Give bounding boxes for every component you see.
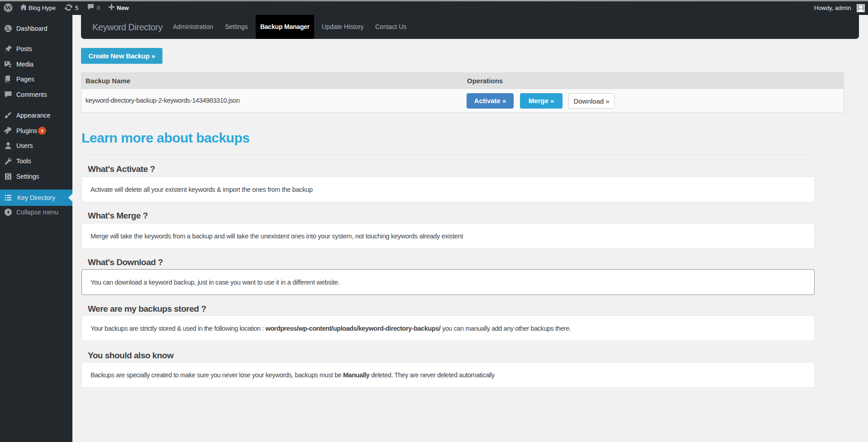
svg-text:W: W bbox=[5, 4, 12, 11]
